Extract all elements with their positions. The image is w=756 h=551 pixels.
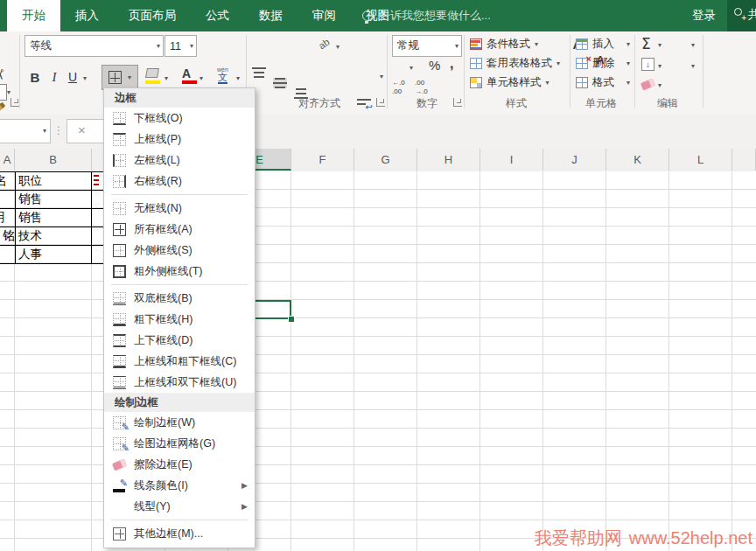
column-header-A[interactable]: A [0,149,15,171]
ribbon-tab-1[interactable]: 插入 [60,0,114,31]
menu-item-erase-border[interactable]: 擦除边框(E) [104,454,255,475]
cell-colB[interactable]: 销售 [15,209,92,227]
decrease-decimal-button[interactable]: .00 →.0 [415,79,428,95]
menu-item-none[interactable]: 线型(Y)▶ [104,496,255,517]
ribbon-tab-3[interactable]: 公式 [191,0,244,31]
column-header-F[interactable]: F [291,149,354,171]
conditional-formatting-button[interactable]: 条件格式 ▾ [470,37,538,52]
clipboard-dialog-launcher[interactable] [10,98,19,107]
font-color-dropdown-arrow[interactable]: ▾ [200,75,203,82]
ribbon-tab-0[interactable]: 开始 [7,0,60,31]
phonetic-guide-button[interactable]: wén 文 [217,66,228,84]
ribbon-tab-4[interactable]: 数据 [244,0,298,31]
menu-item-draw-border-grid[interactable]: ✎绘图边框网格(G) [104,433,255,454]
number-format-combo[interactable]: 常规 ▾ [392,35,462,57]
underline-dropdown-arrow[interactable]: ▾ [83,75,87,82]
menu-item-more-borders[interactable]: 其他边框(M)... [104,523,255,544]
menu-item-border-bottom[interactable]: 下框线(O) [104,108,255,129]
fill-dropdown-arrow[interactable]: ▾ [658,63,662,70]
column-header-J[interactable]: J [543,149,606,171]
find-dropdown-arrow[interactable]: ▾ [691,63,695,70]
borders-button-pressed[interactable]: ▾ [102,65,138,90]
font-name-combo[interactable]: 等线 ▾ [24,35,164,57]
ribbon-tab-2[interactable]: 页面布局 [114,0,191,31]
clear-eraser-icon[interactable] [640,79,655,91]
menu-item-border-all[interactable]: 所有框线(A) [104,219,255,240]
cut-icon[interactable]: ✂ [0,69,8,80]
column-header-12[interactable] [732,149,756,171]
autosum-button[interactable]: Σ [641,37,651,52]
format-cells-button[interactable]: 格式 ▾ [576,75,630,90]
wrap-text-icon[interactable] [357,99,371,109]
italic-button[interactable]: I [47,66,61,87]
top-align-icon[interactable] [252,67,266,78]
menu-item-border-thick-bottom[interactable]: 粗下框线(H) [104,309,255,330]
share-button[interactable]: 共 [727,0,756,31]
merge-center-dropdown-arrow[interactable]: ▾ [380,73,383,80]
cell-colA[interactable]: 月 [0,209,15,227]
cell-colB[interactable]: 技术 [15,227,92,245]
menu-item-border-top-thick-bottom[interactable]: 上框线和粗下框线(C) [104,351,255,372]
borders-dropdown-arrow[interactable]: ▾ [128,74,131,81]
menu-item-border-top[interactable]: 上框线(P) [104,129,255,150]
cell-colB[interactable]: 销售 [15,191,92,208]
font-name-dropdown-arrow[interactable]: ▾ [154,43,163,50]
cell-colA[interactable]: 名 [0,172,15,190]
delete-cells-button[interactable]: 删除 ▾ [576,56,630,71]
tell-me-box[interactable]: 告诉我您想要做什么... [362,0,491,31]
font-size-dropdown-arrow[interactable]: ▾ [187,43,196,50]
insert-cells-button[interactable]: 插入 ▾ [576,37,630,52]
column-header-G[interactable]: G [354,149,417,171]
format-painter-icon[interactable] [0,102,5,114]
paste-icon[interactable] [0,84,7,101]
column-header-B[interactable]: B [15,149,92,171]
column-header-I[interactable]: I [480,149,543,171]
data-table[interactable]: 名职位销售月销售铭技术人事 [0,171,103,264]
cell-styles-button[interactable]: 单元格样式 ▾ [470,75,550,90]
column-header-K[interactable]: K [606,149,669,171]
cell-colB[interactable]: 人事 [15,246,92,263]
menu-item-line-color[interactable]: ✎线条颜色(I)▶ [104,475,255,496]
ribbon-tab-5[interactable]: 审阅 [298,0,351,31]
number-format-dropdown-arrow[interactable]: ▾ [452,43,461,50]
cell-colA[interactable]: 铭 [0,227,15,245]
underline-button[interactable]: U [65,66,80,87]
orientation-dropdown-arrow[interactable]: ▾ [336,44,340,51]
paste-dropdown-arrow[interactable]: ▾ [7,89,10,96]
bold-button[interactable]: B [26,66,44,87]
cancel-icon[interactable]: × [78,122,86,137]
number-dialog-launcher[interactable] [453,98,462,107]
autosum-dropdown-arrow[interactable]: ▾ [658,42,662,49]
sort-filter-dropdown-arrow[interactable]: ▾ [691,42,695,49]
clear-dropdown-arrow[interactable]: ▾ [658,82,662,89]
font-size-combo[interactable]: 11 ▾ [164,35,197,57]
phonetic-dropdown-arrow[interactable]: ▾ [236,75,240,82]
menu-item-border-top-bottom[interactable]: 上下框线(D) [104,330,255,351]
sign-in-button[interactable]: 登录 [692,0,716,31]
menu-item-border-left[interactable]: 左框线(L) [104,150,255,171]
alignment-dialog-launcher[interactable] [376,98,385,107]
font-color-button[interactable]: A [182,66,191,80]
menu-item-border-right[interactable]: 右框线(R) [104,171,255,192]
middle-align-icon[interactable] [273,78,287,88]
menu-item-border-outside[interactable]: 外侧框线(S) [104,240,255,261]
fill-button[interactable]: ↓ [641,58,654,71]
format-as-table-button[interactable]: 套用表格格式 ▾ [470,56,560,71]
comma-style-button[interactable]: , [450,56,453,72]
column-header-L[interactable]: L [669,149,732,171]
percent-style-button[interactable]: % [429,58,440,73]
menu-item-border-none[interactable]: 无框线(N) [104,198,255,219]
menu-item-border-thick-outside[interactable]: 粗外侧框线(T) [104,261,255,282]
column-header-H[interactable]: H [417,149,480,171]
cell-colB[interactable]: 职位 [15,172,92,190]
name-box-dropdown-arrow[interactable]: ▾ [43,128,46,135]
menu-item-border-double-bottom[interactable]: 双底框线(B) [104,288,255,309]
menu-item-draw-border[interactable]: ✎绘制边框(W) [104,412,255,433]
menu-item-border-top-double-bottom[interactable]: 上框线和双下框线(U) [104,372,255,393]
fill-handle[interactable] [288,316,295,323]
accounting-dropdown-arrow[interactable]: ▾ [410,65,413,72]
cell-colA[interactable] [0,191,15,208]
fill-color-dropdown-arrow[interactable]: ▾ [164,75,168,82]
cell-colA[interactable] [0,246,15,263]
increase-decimal-button[interactable]: ←.0 .00 [392,79,405,95]
